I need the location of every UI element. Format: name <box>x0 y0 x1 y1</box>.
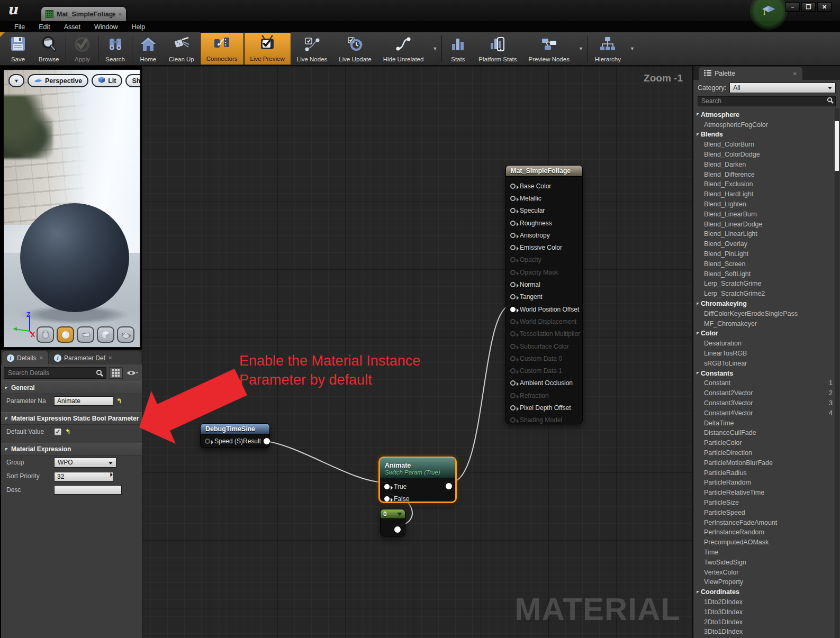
home-button[interactable]: Home <box>133 32 163 65</box>
palette-item[interactable]: 1Dto2DIndex <box>697 597 833 607</box>
palette-item[interactable]: PrecomputedAOMask <box>697 537 833 548</box>
palette-section-color[interactable]: Color <box>697 329 833 339</box>
palette-item[interactable]: Blend_SoftLight <box>697 269 833 279</box>
parameter-name-field[interactable] <box>54 396 113 406</box>
palette-item[interactable]: ParticleRandom <box>697 478 833 488</box>
palette-item[interactable]: ParticleSize <box>697 498 833 508</box>
palette-item[interactable]: Blend_LinearDodge <box>697 219 833 229</box>
browse-button[interactable]: Browse <box>33 32 65 65</box>
output-pin-emissive-color[interactable]: Emissive Color <box>510 241 582 253</box>
tab-parameter-defaults[interactable]: i Parameter Def ✕ <box>49 351 141 364</box>
close-button[interactable]: ✕ <box>817 2 832 12</box>
perspective-button[interactable]: Perspective <box>28 74 88 87</box>
palette-item[interactable]: PerInstanceFadeAmount <box>697 517 833 527</box>
palette-item[interactable]: AtmosphericFogColor <box>697 120 833 130</box>
search-button[interactable]: Search <box>100 32 130 65</box>
connectors-button[interactable]: Connectors <box>200 32 244 65</box>
tab-palette[interactable]: Palette ✕ <box>699 67 802 80</box>
minimize-button[interactable]: – <box>785 2 800 12</box>
output-pin-subsurface-color[interactable]: Subsurface Color <box>510 340 582 352</box>
live-update-button[interactable]: Live Update <box>333 32 377 65</box>
clean-up-button[interactable]: Clean Up <box>163 32 200 65</box>
output-pin-world-position-offset[interactable]: World Position Offset <box>510 303 582 315</box>
output-pin-custom-data-1[interactable]: Custom Data 1 <box>510 364 582 377</box>
palette-item[interactable]: Blend_Lighten <box>697 199 833 209</box>
stats-button[interactable]: Stats <box>443 32 473 65</box>
constant-node[interactable]: 0 <box>380 509 405 536</box>
preview-shape-teapot-button[interactable] <box>117 326 134 343</box>
hierarchy-button[interactable]: Hierarchy <box>589 32 627 65</box>
graph-canvas[interactable]: Zoom -1 MATERIAL Mat_SimpleFoliage Base … <box>142 66 692 638</box>
preview-nodes-dropdown-caret[interactable]: ▼ <box>575 32 586 65</box>
result-output-pin[interactable] <box>264 438 270 444</box>
search-details-input[interactable] <box>4 367 106 379</box>
animate-switch-node[interactable]: Animate Switch Param (True) True False <box>378 457 457 503</box>
palette-search-input[interactable] <box>698 96 836 106</box>
palette-item[interactable]: ParticleRelativeTime <box>697 488 833 498</box>
palette-item[interactable]: Blend_LinearBurn <box>697 209 833 219</box>
apply-button[interactable]: Apply <box>67 32 97 65</box>
output-pin-opacity-mask[interactable]: Opacity Mask <box>510 266 582 278</box>
hide-unrelated-button[interactable]: Hide Unrelated <box>377 32 430 65</box>
preview-viewport[interactable]: ▼ Perspective Lit Show <box>3 69 141 348</box>
palette-item[interactable]: TwoSidedSign <box>697 557 833 567</box>
palette-item[interactable]: DistanceCullFade <box>697 428 833 438</box>
palette-item[interactable]: Blend_LinearLight <box>697 229 833 239</box>
hierarchy-dropdown-caret[interactable]: ▼ <box>627 32 638 65</box>
palette-item[interactable]: Blend_Difference <box>697 169 833 179</box>
palette-item[interactable]: sRGBToLinear <box>697 358 833 368</box>
platform-stats-button[interactable]: Platform Stats <box>473 32 522 65</box>
output-pin-shading-model[interactable]: Shading Model <box>510 414 582 426</box>
close-icon[interactable]: ✕ <box>108 355 112 361</box>
output-pin-refraction[interactable]: Refraction <box>510 389 582 402</box>
speed-input-pin[interactable] <box>205 439 210 444</box>
palette-item[interactable]: DiffColorKeyerErodeSinglePass <box>697 308 833 318</box>
menu-file[interactable]: File <box>7 23 32 31</box>
palette-item[interactable]: Constant3Vector3 <box>697 398 833 408</box>
output-pin-ambient-occlusion[interactable]: Ambient Occlusion <box>510 377 582 389</box>
palette-scrollbar-thumb[interactable] <box>835 121 839 171</box>
material-output-node[interactable]: Mat_SimpleFoliage Base ColorMetallicSpec… <box>505 165 583 424</box>
palette-section-chromakeying[interactable]: Chromakeying <box>697 299 833 309</box>
visibility-filter-icon[interactable] <box>125 367 139 379</box>
palette-item[interactable]: Blend_Darken <box>697 159 833 169</box>
tab-details[interactable]: i Details ✕ <box>2 351 48 364</box>
output-pin-tangent[interactable]: Tangent <box>510 291 582 303</box>
output-pin-opacity[interactable]: Opacity <box>510 254 582 266</box>
menu-edit[interactable]: Edit <box>32 23 57 31</box>
palette-item[interactable]: MF_Chromakeyer <box>697 318 833 329</box>
palette-item[interactable]: LinearTosRGB <box>697 349 833 359</box>
palette-item[interactable]: PerInstanceRandom <box>697 527 833 537</box>
palette-item[interactable]: Blend_ColorDodge <box>697 150 833 160</box>
palette-item[interactable]: 3Dto1DIndex <box>697 627 833 637</box>
output-pin-normal[interactable]: Normal <box>510 278 582 290</box>
output-pin-tessellation-multiplier[interactable]: Tessellation Multiplier <box>510 328 582 340</box>
output-pin-base-color[interactable]: Base Color <box>510 180 582 192</box>
maximize-button[interactable]: ❒ <box>801 2 816 12</box>
palette-item[interactable]: ParticleColor <box>697 438 833 448</box>
lit-button[interactable]: Lit <box>92 74 122 87</box>
output-pin-specular[interactable]: Specular <box>510 205 582 217</box>
animate-output-pin[interactable] <box>446 483 452 489</box>
viewport-options-button[interactable]: ▼ <box>8 74 24 87</box>
palette-section-coordinates[interactable]: Coordinates <box>697 587 833 597</box>
menu-asset[interactable]: Asset <box>57 23 87 31</box>
palette-item[interactable]: ParticleDirection <box>697 448 833 458</box>
output-pin-pixel-depth-offset[interactable]: Pixel Depth Offset <box>510 402 582 414</box>
palette-item[interactable]: Constant4Vector4 <box>697 408 833 418</box>
default-value-checkbox[interactable]: ✓ <box>54 428 62 436</box>
category-dropdown[interactable]: All <box>729 83 836 93</box>
reset-to-default-icon[interactable]: ↰ <box>65 428 70 435</box>
reset-to-default-icon[interactable]: ↰ <box>116 397 122 405</box>
false-input-pin[interactable] <box>384 496 390 502</box>
output-pin-metallic[interactable]: Metallic <box>510 192 582 204</box>
desc-field[interactable] <box>54 485 122 495</box>
palette-scrollbar[interactable] <box>835 108 839 638</box>
palette-item[interactable]: Lerp_ScratchGrime2 <box>697 289 833 299</box>
palette-item[interactable]: Desaturation <box>697 339 833 349</box>
section-static-bool-parameter[interactable]: Material Expression Static Bool Paramete… <box>1 412 142 425</box>
output-pin-anisotropy[interactable]: Anisotropy <box>510 229 582 241</box>
asset-tab[interactable]: Mat_SimpleFoliage × <box>41 7 126 21</box>
menu-window[interactable]: Window <box>87 23 124 31</box>
palette-section-constants[interactable]: Constants <box>697 368 833 378</box>
